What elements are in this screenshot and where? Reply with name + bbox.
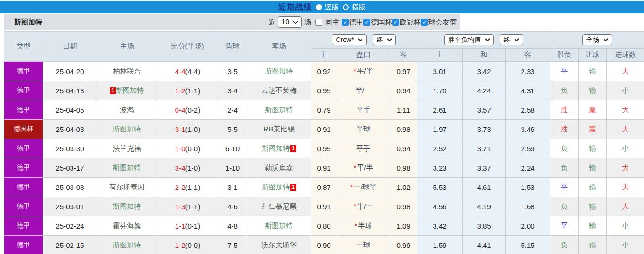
layout-horizontal-option[interactable]: 横版 xyxy=(343,3,366,12)
table-row: 德甲25-03-30法兰克福1-0(0-0)6-10斯图加特10.95平手0.9… xyxy=(4,139,644,158)
score-cell: 3-4(1-0) xyxy=(157,158,218,178)
avg-lose-odds-cell: 2.00 xyxy=(506,216,550,236)
league-type-cell: 德甲 xyxy=(4,81,43,100)
handicap-line-cell: 半/一 xyxy=(337,81,390,100)
handicap-away-odds-cell: 1.09 xyxy=(390,216,417,236)
layout-vertical-label: 竖版 xyxy=(325,3,339,12)
home-team-cell: 斯图加特 xyxy=(97,236,157,254)
result-goals-cell: 大 xyxy=(607,100,644,120)
recent-count-select[interactable]: 10 xyxy=(278,16,302,28)
same-home-label: 同主 xyxy=(325,18,339,27)
chevron-down-icon xyxy=(387,38,392,41)
away-team-cell: 斯图加特 xyxy=(247,62,311,81)
bookmaker-select[interactable]: Crow* xyxy=(332,34,366,46)
handicap-away-odds-cell: 0.94 xyxy=(390,139,417,158)
result-wdl-cell: 平 xyxy=(550,178,579,197)
home-team-cell: 波鸿 xyxy=(97,100,157,120)
handicap-home-odds-cell: 0.95 xyxy=(311,139,337,158)
league-filter-checkbox[interactable]: ✓ xyxy=(421,19,428,26)
bookmaker-period-value: 终 xyxy=(377,36,383,44)
result-group-header: 全场 xyxy=(550,32,644,49)
result-wdl-cell: 平 xyxy=(550,216,579,236)
recent-results-titlebar: 近期战绩 竖版 横版 xyxy=(0,1,644,13)
result-goals-cell: 小 xyxy=(607,216,644,236)
handicap-home-odds-cell: 0.91 xyxy=(311,158,337,178)
avg-win-odds-cell: 3.42 xyxy=(417,216,463,236)
chevron-down-icon xyxy=(603,38,608,41)
avg-win-odds-cell: 1.70 xyxy=(417,81,463,100)
radio-unselected-icon[interactable] xyxy=(343,4,349,10)
sub-header-wdl: 胜负 xyxy=(550,49,579,62)
date-cell: 25-02-15 xyxy=(43,236,97,254)
result-goals-cell: 大 xyxy=(607,178,644,197)
date-cell: 25-03-17 xyxy=(43,158,97,178)
away-team-cell: 勒沃库森 xyxy=(247,158,311,178)
chevron-down-icon xyxy=(514,38,519,41)
avg-lose-odds-cell: 2.24 xyxy=(506,158,550,178)
league-filter-option[interactable]: ✓德国杯 xyxy=(363,18,392,27)
chevron-down-icon xyxy=(485,38,490,41)
league-filter-label: 欧冠杯 xyxy=(400,18,421,27)
result-wdl-cell: 负 xyxy=(550,236,579,254)
home-team-cell: 斯图加特 xyxy=(97,197,157,216)
result-wdl-cell: 平 xyxy=(550,62,579,81)
result-wdl-cell: 负 xyxy=(550,139,579,158)
handicap-home-odds-cell: 0.91 xyxy=(311,120,337,139)
home-team-cell: 1斯图加特 xyxy=(97,81,157,100)
date-cell: 25-03-30 xyxy=(43,139,97,158)
result-goals-cell: 大 xyxy=(607,158,644,178)
league-filter-option[interactable]: ✓球会友谊 xyxy=(421,18,457,27)
same-home-option[interactable]: 同主 xyxy=(315,18,339,27)
result-handicap-cell: 赢 xyxy=(579,120,607,139)
result-handicap-cell: 赢 xyxy=(579,100,607,120)
corners-cell: 6-10 xyxy=(218,139,247,158)
avg-lose-odds-cell: 1.53 xyxy=(506,178,550,197)
scope-select[interactable]: 全场 xyxy=(582,34,612,46)
handicap-away-odds-cell: 0.97 xyxy=(390,62,417,81)
home-team-cell: 斯图加特 xyxy=(97,120,157,139)
home-team-cell: 法兰克福 xyxy=(97,139,157,158)
result-wdl-cell: 负 xyxy=(550,197,579,216)
avg-period-select[interactable]: 终 xyxy=(500,34,523,46)
result-goals-cell: 小 xyxy=(607,236,644,254)
sub-header-handicap-result: 让球 xyxy=(579,49,607,62)
matches-unit-label: 场 xyxy=(304,18,311,27)
corners-cell: 1-10 xyxy=(218,158,247,178)
date-cell: 25-04-13 xyxy=(43,81,97,100)
avg-odds-select[interactable]: 胜平负均值 xyxy=(444,34,494,46)
league-filter-checkbox[interactable]: ✓ xyxy=(363,19,370,26)
avg-draw-odds-cell: 3.42 xyxy=(463,62,506,81)
score-cell: 3-1(1-0) xyxy=(157,120,218,139)
league-filter-option[interactable]: ✓德甲 xyxy=(342,18,363,27)
avg-win-odds-cell: 4.56 xyxy=(417,197,463,216)
layout-vertical-option[interactable]: 竖版 xyxy=(316,3,339,12)
league-filter-checkbox[interactable]: ✓ xyxy=(342,19,349,26)
radio-selected-icon[interactable] xyxy=(316,4,322,10)
result-wdl-cell: 负 xyxy=(550,81,579,100)
handicap-line-cell: *平/半 xyxy=(337,158,390,178)
league-filter-checkbox[interactable]: ✓ xyxy=(392,19,399,26)
same-home-checkbox[interactable] xyxy=(315,19,322,26)
recent-results-table: 类型 日期 主场 比分(半场) 角球 客场 Crow* 终 xyxy=(4,31,644,254)
avg-draw-odds-cell: 3.57 xyxy=(463,100,506,120)
result-handicap-cell: 输 xyxy=(579,139,607,158)
handicap-home-odds-cell: 0.91 xyxy=(311,197,337,216)
league-filter-option[interactable]: ✓欧冠杯 xyxy=(392,18,421,27)
handicap-line-cell: *一/球半 xyxy=(337,178,390,197)
col-header-away: 客场 xyxy=(247,32,311,62)
col-header-date: 日期 xyxy=(43,32,97,62)
bookmaker-period-select[interactable]: 终 xyxy=(373,34,396,46)
corners-cell: 3-5 xyxy=(218,62,247,81)
avg-lose-odds-cell: 1.68 xyxy=(506,197,550,216)
league-type-cell: 德甲 xyxy=(4,100,43,120)
avg-draw-odds-cell: 4.24 xyxy=(463,81,506,100)
result-goals-cell: 小 xyxy=(607,81,644,100)
away-team-cell: 沃尔夫斯堡 xyxy=(247,236,311,254)
result-handicap-cell: 输 xyxy=(579,216,607,236)
date-cell: 25-04-03 xyxy=(43,120,97,139)
league-filter-group: ✓德甲✓德国杯✓欧冠杯✓球会友谊 xyxy=(342,18,457,27)
corners-cell: 7-5 xyxy=(218,236,247,254)
handicap-away-odds-cell: 0.98 xyxy=(390,197,417,216)
handicap-away-odds-cell: 1.02 xyxy=(390,178,417,197)
table-row: 德甲25-04-05波鸿0-4(0-2)2-4斯图加特0.79平手1.112.6… xyxy=(4,100,644,120)
